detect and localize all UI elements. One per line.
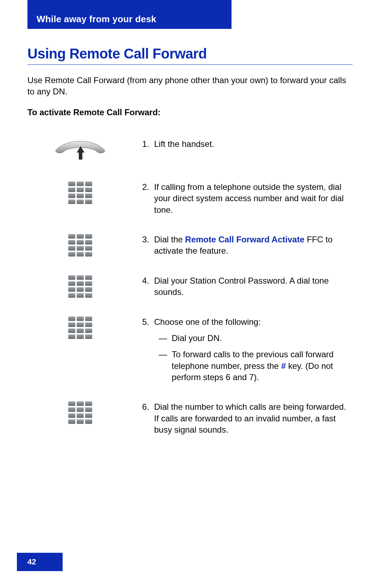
arrow-stem [79,153,82,160]
step-item: 3. Dial the Remote Call Forward Activate… [27,234,353,257]
step-item: 1. Lift the handset. [27,138,353,163]
step-number: 4. [133,275,154,286]
step-text: Dial your Station Control Password. A di… [154,275,353,298]
step-item: 5. Choose one of the following: — Dial y… [27,316,353,383]
page-content: Using Remote Call Forward Use Remote Cal… [27,42,353,436]
procedure-heading: To activate Remote Call Forward: [27,107,353,117]
step-text: If calling from a telephone outside the … [154,181,353,216]
dash-bullet: — [154,349,172,383]
step-icon [27,181,133,204]
keypad-icon [68,401,92,424]
page-number-badge: 42 [17,553,63,571]
step-text: Lift the handset. [154,138,353,150]
step-icon [27,234,133,256]
handset-icon [52,138,108,163]
page-number: 42 [27,557,36,567]
sub-text: To forward calls to the previous call fo… [172,349,353,383]
arrow-up-icon [77,146,84,153]
step-text-highlight: Remote Call Forward Activate [185,235,304,244]
step-icon [27,316,133,339]
step-number: 3. [133,234,154,245]
page-title: Using Remote Call Forward [27,46,353,62]
section-header: While away from your desk [27,0,232,29]
steps-list: 1. Lift the handset. 2. If calling from … [27,138,353,436]
step-item: 4. Dial your Station Control Password. A… [27,275,353,298]
step-icon [27,275,133,298]
sub-text-hl: # [281,361,286,371]
step-item: 2. If calling from a telephone outside t… [27,181,353,216]
step-text-prefix: Dial the [154,235,185,244]
step-text: Choose one of the following: — Dial your… [154,316,353,383]
sub-item: — Dial your DN. [154,333,353,344]
step-number: 6. [133,401,154,413]
title-divider [27,64,353,65]
section-header-text: While away from your desk [37,14,156,25]
keypad-icon [68,275,92,298]
keypad-icon [68,234,92,256]
step-text-main: Choose one of the following: [154,317,261,327]
step-item: 6. Dial the number to which calls are be… [27,401,353,435]
step-icon [27,401,133,424]
keypad-icon [68,316,92,339]
step-text: Dial the number to which calls are being… [154,401,353,435]
step-icon [27,138,133,163]
keypad-icon [68,181,92,204]
step-text: Dial the Remote Call Forward Activate FF… [154,234,353,257]
sub-item: — To forward calls to the previous call … [154,349,353,383]
step-number: 2. [133,181,154,193]
step-number: 5. [133,316,154,328]
step-sublist: — Dial your DN. — To forward calls to th… [154,333,353,383]
sub-text: Dial your DN. [172,333,353,344]
dash-bullet: — [154,333,172,344]
step-number: 1. [133,138,154,150]
intro-paragraph: Use Remote Call Forward (from any phone … [27,75,353,98]
